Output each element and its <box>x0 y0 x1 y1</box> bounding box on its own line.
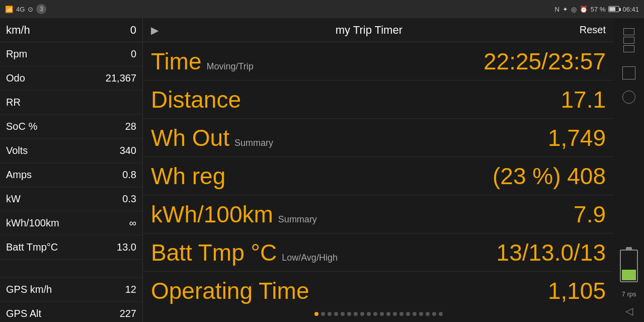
gps-alt-row: GPS Alt 227 <box>0 302 142 322</box>
soc-value: 28 <box>125 121 136 132</box>
gps-kmh-label: GPS km/h <box>6 284 52 295</box>
trip-distance-value: 17.1 <box>560 86 606 113</box>
rect-top <box>623 28 634 35</box>
trip-optime-label: Operating Time <box>151 277 309 304</box>
trip-batttmp-row: Batt Tmp °C Low/Avg/High 13/13.0/13 <box>143 233 614 272</box>
square-button[interactable] <box>622 66 635 79</box>
dot-14 <box>399 312 404 316</box>
trip-batttmp-label: Batt Tmp °C <box>151 239 277 266</box>
battery-fill <box>622 270 636 280</box>
kmh-label: km/h <box>6 24 30 37</box>
dot-5 <box>341 312 345 316</box>
batt-tmp-label: Batt Tmp°C <box>6 242 58 253</box>
battery-top <box>626 247 632 250</box>
gps-alt-label: GPS Alt <box>6 308 41 319</box>
dot-6 <box>347 312 351 316</box>
trip-whreg-left: Wh reg <box>151 163 225 190</box>
batt-tmp-row: Batt Tmp°C 13.0 <box>0 235 142 260</box>
dot-16 <box>413 312 417 316</box>
right-controls: 7 rps ◁ <box>614 18 644 322</box>
rr-label: RR <box>6 97 21 108</box>
wifi-icon: ⊙ <box>28 6 33 13</box>
dot-15 <box>406 312 410 316</box>
signal-icon: 📶 <box>5 6 13 13</box>
trip-distance-row: Distance 17.1 <box>143 80 614 119</box>
dot-3 <box>328 312 332 316</box>
alarm-icon: ⏰ <box>580 6 588 13</box>
amps-row: Amps 0.8 <box>0 163 142 187</box>
trip-distance-left: Distance <box>151 86 241 113</box>
trip-kwh100-row: kWh/100km Summary 7.9 <box>143 195 614 233</box>
nfc-icon: N <box>554 6 559 13</box>
rect-bot <box>623 45 634 52</box>
rpm-label: Rpm <box>6 48 27 60</box>
status-right: N ✦ ◎ ⏰ 57 % 06:41 <box>554 6 639 13</box>
odo-row: Odo 21,367 <box>0 66 142 91</box>
odo-value: 21,367 <box>106 72 136 84</box>
volts-value: 340 <box>120 145 136 156</box>
dot-9 <box>367 312 371 316</box>
trip-whout-sublabel: Summary <box>234 138 273 148</box>
gps-kmh-row: GPS km/h 12 <box>0 278 142 302</box>
trip-whreg-value: (23 %) 408 <box>493 163 606 190</box>
location-icon: ◎ <box>571 6 577 13</box>
dot-4 <box>334 312 338 316</box>
rr-row: RR <box>0 91 142 115</box>
trip-kwh100-sublabel: Summary <box>278 214 317 225</box>
back-button[interactable]: ◁ <box>625 305 633 317</box>
trip-whreg-row: Wh reg (23 %) 408 <box>143 157 614 195</box>
trip-batttmp-value: 13/13.0/13 <box>497 239 606 266</box>
trip-batttmp-sublabel: Low/Avg/High <box>282 253 338 263</box>
amps-value: 0.8 <box>122 169 136 181</box>
rect-stack <box>623 28 634 52</box>
batt-tmp-value: 13.0 <box>117 242 136 253</box>
left-header: km/h 0 <box>0 18 142 42</box>
gps-alt-value: 227 <box>120 308 136 319</box>
dot-18 <box>426 312 430 316</box>
trip-title: my Trip Timer <box>158 24 580 37</box>
kwh100-value: ∞ <box>129 217 136 229</box>
trip-time-sublabel: Moving/Trip <box>207 61 254 72</box>
trip-batttmp-left: Batt Tmp °C Low/Avg/High <box>151 239 338 266</box>
circle-button[interactable] <box>622 91 635 104</box>
trip-kwh100-label: kWh/100km <box>151 201 273 228</box>
trip-whout-row: Wh Out Summary 1,749 <box>143 119 614 157</box>
status-left: 📶 4G ⊙ 3 <box>5 4 46 14</box>
trip-time-row: Time Moving/Trip 22:25/23:57 <box>143 42 614 80</box>
volts-label: Volts <box>6 145 28 156</box>
trip-kwh100-left: kWh/100km Summary <box>151 201 317 228</box>
trip-whout-value: 1,749 <box>548 124 606 151</box>
trip-time-label: Time <box>151 48 202 75</box>
gps-kmh-value: 12 <box>125 284 136 295</box>
clock: 06:41 <box>622 6 639 13</box>
rpm-row: Rpm 0 <box>0 42 142 66</box>
volts-row: Volts 340 <box>0 139 142 163</box>
reset-button[interactable]: Reset <box>580 24 606 36</box>
dot-19 <box>432 312 436 316</box>
chevron-icon: ▶ <box>151 24 158 36</box>
dot-10 <box>373 312 377 316</box>
kw-value: 0.3 <box>122 193 136 205</box>
dot-11 <box>380 312 384 316</box>
battery-large-icon <box>620 250 638 282</box>
kmh-value: 0 <box>130 24 136 37</box>
trip-whout-label: Wh Out <box>151 124 229 151</box>
dot-7 <box>354 312 358 316</box>
rpm-value: 0 <box>131 48 136 60</box>
notification-badge: 3 <box>36 4 46 14</box>
dot-20 <box>439 312 443 316</box>
dot-8 <box>360 312 364 316</box>
rect-mid <box>623 37 634 44</box>
dot-1 <box>314 312 318 316</box>
battery-percent: 57 % <box>591 6 606 13</box>
signal-label: 4G <box>16 6 25 13</box>
bluetooth-icon: ✦ <box>562 6 568 13</box>
trip-optime-left: Operating Time <box>151 277 309 304</box>
dot-17 <box>419 312 423 316</box>
trip-data-area: Time Moving/Trip 22:25/23:57 Distance 17… <box>143 42 614 306</box>
status-bar: 📶 4G ⊙ 3 N ✦ ◎ ⏰ 57 % 06:41 <box>0 0 644 18</box>
amps-label: Amps <box>6 169 32 181</box>
rps-label: 7 rps <box>622 290 636 298</box>
trip-distance-label: Distance <box>151 86 241 113</box>
battery-icon <box>608 6 619 12</box>
